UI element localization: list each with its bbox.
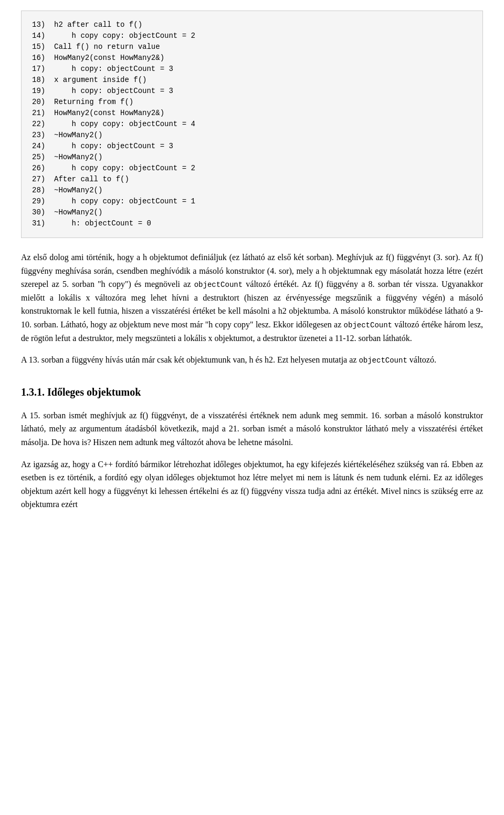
- section-heading: 1.3.1. Időleges objektumok: [21, 384, 483, 400]
- code-block: 13) h2 after call to f() 14) h copy copy…: [21, 11, 483, 238]
- section-title: Időleges objektumok: [47, 386, 141, 398]
- paragraph-2: A 13. sorban a függvény hívás után már c…: [21, 353, 483, 367]
- main-prose: Az első dolog ami történik, hogy a h obj…: [21, 251, 483, 511]
- p1-inline-code-2: objectCount: [344, 321, 392, 329]
- section-number: 1.3.1.: [21, 386, 45, 398]
- paragraph-4: Az igazság az, hogy a C++ fordító bármik…: [21, 458, 483, 511]
- p2-inline-code: objectCount: [359, 356, 407, 365]
- paragraph-1: Az első dolog ami történik, hogy a h obj…: [21, 251, 483, 345]
- p1-inline-code-1: objectCount: [194, 281, 243, 289]
- p2-text-end: változó.: [407, 355, 436, 364]
- paragraph-3: A 15. sorban ismét meghívjuk az f() függ…: [21, 409, 483, 449]
- p2-text-before: A 13. sorban a függvény hívás után már c…: [21, 355, 359, 364]
